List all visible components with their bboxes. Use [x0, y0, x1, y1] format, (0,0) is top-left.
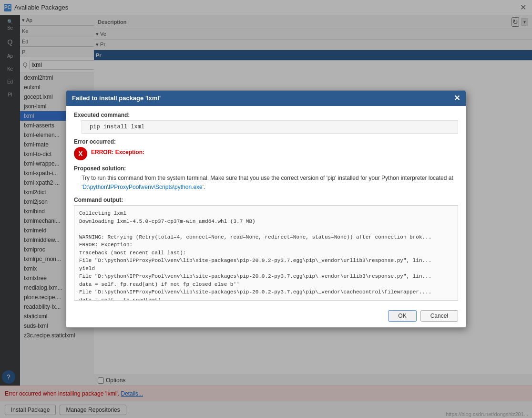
solution-text: Try to run this command from the system … — [82, 174, 458, 192]
modal-close-button[interactable]: ✕ — [454, 94, 460, 102]
command-output-section: Command output: Collecting lxml Download… — [74, 197, 458, 301]
executed-command-section: Executed command: pip install lxml — [74, 112, 458, 134]
error-occurred-label: Error occurred: — [74, 138, 458, 145]
error-exception-text: ERROR: Exception: — [91, 147, 144, 156]
python-path: D:\python\IPProxyPool\venv\Scripts\pytho… — [82, 184, 202, 190]
output-line — [79, 225, 453, 233]
command-output-box[interactable]: Collecting lxml Downloading lxml-4.5.0-c… — [74, 205, 458, 301]
error-detail: X ERROR: Exception: — [74, 147, 458, 160]
modal-footer: OK Cancel — [66, 306, 466, 327]
output-line: WARNING: Retrying (Retry(total=4, connec… — [79, 233, 453, 241]
output-line: Downloading lxml-4.5.0-cp37-cp37m-win_am… — [79, 218, 453, 226]
main-window: PC Available Packages ✕ 🔍 Se Q Ap Ke Ed — [0, 0, 532, 418]
output-line: data = self._fp.read(amt) if not fp_clos… — [79, 281, 453, 289]
output-line: File "D:\python\IPProxyPool\venv\lib\sit… — [79, 272, 453, 281]
modal-title: Failed to install package 'lxml' — [72, 94, 161, 102]
error-modal: Failed to install package 'lxml' ✕ Execu… — [66, 90, 466, 328]
output-line: ERROR: Exception: — [79, 241, 453, 249]
modal-title-bar: Failed to install package 'lxml' ✕ — [66, 91, 466, 106]
command-block: pip install lxml — [82, 120, 458, 134]
modal-ok-button[interactable]: OK — [388, 310, 416, 322]
output-line: File "D:\python\IPProxyPool\venv\lib\sit… — [79, 288, 453, 296]
error-occurred-section: Error occurred: X ERROR: Exception: — [74, 138, 458, 160]
output-line: Collecting lxml — [79, 209, 453, 218]
output-line: data = self.__fp.read(amt) — [79, 296, 453, 301]
executed-command-label: Executed command: — [74, 112, 458, 118]
proposed-solution-label: Proposed solution: — [74, 165, 458, 172]
proposed-solution-section: Proposed solution: Try to run this comma… — [74, 165, 458, 192]
modal-body: Executed command: pip install lxml Error… — [66, 106, 466, 306]
error-x-icon: X — [74, 147, 87, 160]
modal-overlay: Failed to install package 'lxml' ✕ Execu… — [0, 0, 532, 418]
output-line: File "D:\python\IPProxyPool\venv\lib\sit… — [79, 257, 453, 265]
command-output-label: Command output: — [74, 197, 458, 203]
output-line: yield — [79, 265, 453, 273]
solution-text-suffix: '. — [203, 184, 205, 190]
output-line: Traceback (most recent call last): — [79, 249, 453, 257]
modal-cancel-button[interactable]: Cancel — [420, 310, 458, 322]
